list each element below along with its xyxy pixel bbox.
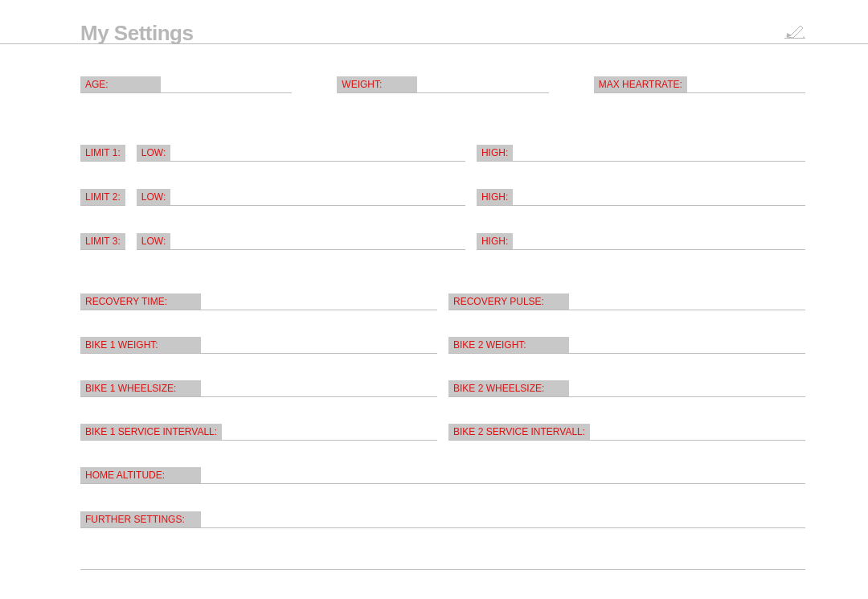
field-bike2-weight[interactable]: BIKE 2 WEIGHT: <box>448 337 805 354</box>
label-limit3-low: LOW: <box>137 233 170 249</box>
field-bike1-weight[interactable]: BIKE 1 WEIGHT: <box>80 337 437 354</box>
row-limit-3: LIMIT 3: LOW: HIGH: <box>80 233 805 250</box>
label-limit2-low: LOW: <box>137 189 170 205</box>
row-recovery: RECOVERY TIME: RECOVERY PULSE: <box>80 293 805 310</box>
row-bike-wheelsize: BIKE 1 WHEELSIZE: BIKE 2 WHEELSIZE: <box>80 380 805 397</box>
edit-icon <box>784 23 805 42</box>
label-home-altitude: HOME ALTITUDE: <box>80 467 201 483</box>
row-bike-weight: BIKE 1 WEIGHT: BIKE 2 WEIGHT: <box>80 337 805 354</box>
label-bike2-service: BIKE 2 SERVICE INTERVALL: <box>448 424 590 440</box>
row-limit-2: LIMIT 2: LOW: HIGH: <box>80 189 805 206</box>
page-header: My Settings <box>0 0 868 44</box>
label-age: AGE: <box>80 76 161 92</box>
label-limit-1: LIMIT 1: <box>80 145 125 162</box>
row-bike-service: BIKE 1 SERVICE INTERVALL: BIKE 2 SERVICE… <box>80 424 805 441</box>
label-bike2-wheelsize: BIKE 2 WHEELSIZE: <box>448 380 569 396</box>
label-limit-2: LIMIT 2: <box>80 189 125 206</box>
field-weight[interactable]: WEIGHT: <box>337 76 548 93</box>
page-title: My Settings <box>80 23 193 43</box>
label-bike1-service: BIKE 1 SERVICE INTERVALL: <box>80 424 222 440</box>
label-limit2-high: HIGH: <box>477 189 513 205</box>
label-recovery-pulse: RECOVERY PULSE: <box>448 293 569 310</box>
label-limit1-high: HIGH: <box>477 145 513 161</box>
label-bike1-weight: BIKE 1 WEIGHT: <box>80 337 201 353</box>
label-weight: WEIGHT: <box>337 76 417 92</box>
field-limit1-high[interactable]: HIGH: <box>477 145 805 162</box>
label-limit3-high: HIGH: <box>477 233 513 249</box>
field-limit2-low[interactable]: LOW: <box>137 189 465 206</box>
field-max-heartrate[interactable]: MAX HEARTRATE: <box>594 76 805 93</box>
label-max-heartrate: MAX HEARTRATE: <box>594 76 687 92</box>
label-bike1-wheelsize: BIKE 1 WHEELSIZE: <box>80 380 201 396</box>
field-limit1-low[interactable]: LOW: <box>137 145 465 162</box>
field-recovery-time[interactable]: RECOVERY TIME: <box>80 293 437 310</box>
label-further-settings: FURTHER SETTINGS: <box>80 511 201 527</box>
field-home-altitude[interactable]: HOME ALTITUDE: <box>80 467 805 484</box>
label-limit1-low: LOW: <box>137 145 170 161</box>
field-limit3-low[interactable]: LOW: <box>137 233 465 250</box>
row-basic: AGE: WEIGHT: MAX HEARTRATE: <box>80 76 805 93</box>
settings-form: AGE: WEIGHT: MAX HEARTRATE: LIMIT 1: LOW… <box>80 44 805 599</box>
blank-line-1[interactable] <box>80 556 805 570</box>
label-recovery-time: RECOVERY TIME: <box>80 293 201 310</box>
field-bike1-wheelsize[interactable]: BIKE 1 WHEELSIZE: <box>80 380 437 397</box>
field-further-settings[interactable]: FURTHER SETTINGS: <box>80 511 805 528</box>
field-recovery-pulse[interactable]: RECOVERY PULSE: <box>448 293 805 310</box>
field-limit2-high[interactable]: HIGH: <box>477 189 805 206</box>
field-bike1-service[interactable]: BIKE 1 SERVICE INTERVALL: <box>80 424 437 441</box>
field-bike2-wheelsize[interactable]: BIKE 2 WHEELSIZE: <box>448 380 805 397</box>
label-limit-3: LIMIT 3: <box>80 233 125 250</box>
field-bike2-service[interactable]: BIKE 2 SERVICE INTERVALL: <box>448 424 805 441</box>
field-limit3-high[interactable]: HIGH: <box>477 233 805 250</box>
label-bike2-weight: BIKE 2 WEIGHT: <box>448 337 569 353</box>
row-limit-1: LIMIT 1: LOW: HIGH: <box>80 145 805 162</box>
field-age[interactable]: AGE: <box>80 76 292 93</box>
